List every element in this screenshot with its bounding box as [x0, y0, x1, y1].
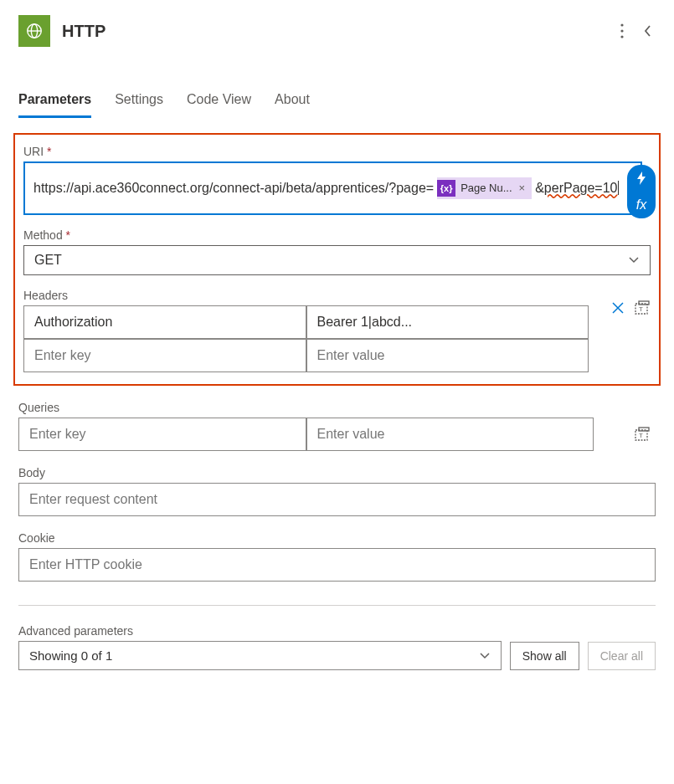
section-divider	[18, 605, 656, 606]
chevron-down-icon	[479, 652, 491, 660]
uri-input[interactable]: https://api.ace360connect.org/connect-ap…	[23, 161, 642, 215]
tab-settings[interactable]: Settings	[115, 87, 163, 118]
show-all-button[interactable]: Show all	[510, 642, 579, 670]
fx-icon: fx	[636, 197, 646, 213]
body-label: Body	[18, 466, 656, 479]
expression-fx-button[interactable]: fx	[627, 192, 656, 218]
headers-label: Headers	[23, 289, 651, 302]
header-row-0: Authorization Bearer 1|abcd...	[23, 305, 589, 339]
queries-label: Queries	[18, 401, 656, 414]
method-select[interactable]: GET	[23, 245, 651, 275]
cookie-label: Cookie	[18, 531, 656, 545]
panel-title: HTTP	[62, 22, 617, 41]
method-field-group: Method * GET	[23, 228, 651, 275]
svg-text:T: T	[639, 432, 643, 439]
cookie-field-group: Cookie Enter HTTP cookie	[0, 531, 674, 582]
variable-icon: {x}	[437, 180, 455, 197]
dynamic-content-button[interactable]	[627, 165, 656, 192]
cookie-input[interactable]: Enter HTTP cookie	[18, 548, 656, 582]
tab-about[interactable]: About	[275, 87, 310, 118]
query-key-new[interactable]: Enter key	[18, 418, 306, 451]
uri-text-before: https://api.ace360connect.org/connect-ap…	[33, 177, 434, 199]
header-value-new[interactable]: Enter value	[306, 339, 589, 372]
chevron-left-icon	[642, 23, 652, 38]
dynamic-header-button[interactable]: T	[634, 300, 651, 316]
tabs-bar: Parameters Settings Code View About	[0, 87, 674, 118]
dynamic-query-button[interactable]: T	[634, 426, 651, 443]
advanced-showing-text: Showing 0 of 1	[29, 648, 112, 663]
method-label: Method *	[23, 228, 651, 242]
http-globe-icon	[18, 15, 50, 47]
header-key-0[interactable]: Authorization	[23, 305, 306, 339]
expression-actions: fx	[627, 165, 656, 218]
tab-parameters[interactable]: Parameters	[18, 87, 91, 118]
svg-point-4	[620, 29, 623, 32]
uri-label: URI *	[23, 145, 651, 158]
svg-point-5	[620, 35, 623, 38]
more-vertical-icon	[620, 23, 624, 38]
expression-chip-page-number[interactable]: {x} Page Nu... ×	[437, 177, 532, 199]
advanced-parameters-group: Advanced parameters Showing 0 of 1 Show …	[0, 624, 674, 695]
body-field-group: Body Enter request content	[0, 466, 674, 516]
queries-field-group: Queries Enter key Enter value T	[0, 401, 674, 451]
dt-icon: T	[634, 300, 651, 316]
svg-rect-7	[639, 301, 649, 305]
chevron-down-icon	[628, 256, 640, 264]
chip-remove-icon[interactable]: ×	[517, 179, 527, 197]
highlighted-region: URI * https://api.ace360connect.org/conn…	[13, 133, 661, 386]
lightning-icon	[635, 171, 648, 186]
header-row-new: Enter key Enter value	[23, 339, 589, 372]
x-icon	[610, 300, 625, 315]
dt-icon: T	[634, 426, 651, 443]
header-key-new[interactable]: Enter key	[23, 339, 306, 372]
more-menu-button[interactable]	[617, 20, 627, 42]
svg-text:T: T	[639, 305, 643, 313]
panel-header: HTTP	[0, 0, 674, 57]
query-row-new: Enter key Enter value	[18, 418, 594, 451]
advanced-label: Advanced parameters	[18, 624, 656, 638]
header-value-0[interactable]: Bearer 1|abcd...	[306, 305, 589, 339]
method-value: GET	[34, 253, 62, 268]
clear-all-button: Clear all	[588, 642, 656, 670]
remove-header-button[interactable]	[610, 300, 625, 315]
svg-rect-10	[639, 428, 649, 431]
svg-point-3	[620, 23, 623, 26]
query-value-new[interactable]: Enter value	[306, 418, 594, 451]
advanced-select[interactable]: Showing 0 of 1	[18, 641, 502, 670]
uri-field-group: URI * https://api.ace360connect.org/conn…	[23, 145, 651, 215]
collapse-button[interactable]	[639, 20, 656, 42]
headers-field-group: Headers Authorization Bearer 1|abcd... E…	[23, 289, 651, 372]
uri-text-after: perPage=10	[544, 181, 620, 195]
body-input[interactable]: Enter request content	[18, 483, 656, 516]
tab-code-view[interactable]: Code View	[187, 87, 251, 118]
